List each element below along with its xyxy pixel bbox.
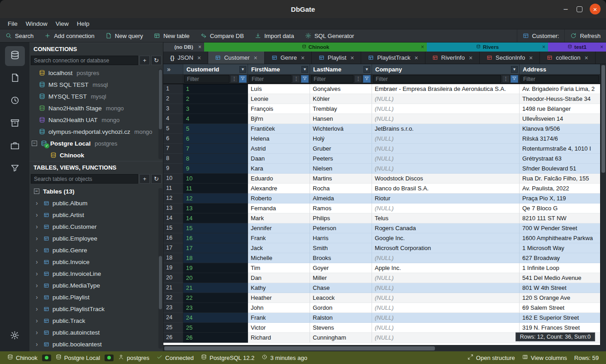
grid-cell[interactable]: François — [248, 104, 310, 114]
grid-cell[interactable]: 1600 Amphitheatre Parkwa — [520, 233, 600, 243]
grid-cell[interactable]: Roberto — [248, 194, 310, 203]
grid-cell[interactable]: Ralston — [310, 313, 372, 323]
chevron-right-icon[interactable]: › — [36, 329, 40, 336]
close-tab-icon[interactable]: × — [469, 54, 472, 61]
table-row[interactable]: 77AstridGruber(NULL)Rotenturmstraße 4, 1… — [163, 144, 600, 154]
grid-cell[interactable]: Leacock — [310, 293, 372, 303]
grid-cell[interactable]: Embraer - Empresa Brasileira de Aeronáut… — [372, 84, 520, 94]
grid-cell[interactable]: 25 — [183, 323, 248, 333]
tables-scrollbar[interactable] — [158, 188, 162, 349]
database-item-chinook[interactable]: Chinook — [29, 149, 163, 161]
grid-cell[interactable]: Holý — [310, 134, 372, 144]
grid-cell[interactable]: 22 — [183, 293, 248, 303]
row-number[interactable]: 11 — [163, 184, 183, 194]
grid-cell[interactable]: Fernanda — [248, 203, 310, 213]
column-header-firstname[interactable]: FirstName ▾ — [248, 64, 310, 74]
tables-search-input[interactable] — [31, 174, 138, 184]
menu-help[interactable]: Help — [73, 20, 94, 27]
filter-funnel-button[interactable] — [363, 75, 371, 83]
grid-cell[interactable]: (NULL) — [372, 144, 520, 154]
row-number[interactable]: 15 — [163, 223, 183, 233]
grid-cell[interactable]: Richard — [248, 333, 310, 343]
grid-cell[interactable]: Philips — [310, 213, 372, 223]
close-tab-icon[interactable]: × — [415, 54, 418, 61]
row-number[interactable]: 23 — [163, 303, 183, 313]
grid-cell[interactable]: 120 S Orange Ave — [520, 293, 600, 303]
grid-cell[interactable]: 8210 111 ST NW — [520, 213, 600, 223]
grid-cell[interactable]: (NULL) — [372, 323, 520, 333]
close-tab-icon[interactable]: × — [529, 54, 533, 61]
rail-files-button[interactable] — [5, 69, 25, 89]
grid-cell[interactable]: (NULL) — [372, 283, 520, 293]
row-number[interactable]: 25 — [163, 323, 183, 333]
chevron-right-icon[interactable]: › — [36, 211, 40, 218]
close-button[interactable]: × — [590, 4, 601, 14]
grid-cell[interactable]: 26 — [183, 333, 248, 343]
grid-cell[interactable]: Almeida — [310, 194, 372, 203]
tab-customer[interactable]: Customer× — [208, 52, 265, 64]
grid-cell[interactable]: 1498 rue Bélanger — [520, 104, 600, 114]
table-row[interactable]: 22LeonieKöhler(NULL)Theodor-Heuss-Straße… — [163, 94, 600, 104]
row-number[interactable]: 10 — [163, 174, 183, 184]
grid-cell[interactable]: 69 Salem Street — [520, 303, 600, 313]
table-row[interactable]: 1515JenniferPetersonRogers Canada700 W P… — [163, 223, 600, 233]
status-database[interactable]: Chinook — [4, 354, 41, 361]
grid-cell[interactable]: (NULL) — [372, 303, 520, 313]
collapse-icon[interactable]: − — [32, 141, 37, 146]
grid-cell[interactable]: 1 — [183, 84, 248, 94]
settings-button[interactable] — [5, 326, 25, 346]
grid-cell[interactable]: Michelle — [248, 253, 310, 263]
grid-cell[interactable]: (NULL) — [372, 154, 520, 164]
grid-cell[interactable]: Peeters — [310, 154, 372, 164]
grid-cell[interactable]: 21 — [183, 283, 248, 293]
chevron-right-icon[interactable]: › — [36, 270, 40, 277]
grid-cell[interactable]: (NULL) — [372, 114, 520, 124]
expand-columns-button[interactable]: » — [163, 64, 183, 74]
grid-cell[interactable]: (NULL) — [372, 203, 520, 213]
table-item-public-playlist[interactable]: ›public.Playlist — [29, 291, 163, 303]
filter-input-firstname[interactable] — [249, 75, 291, 83]
rail-connections-button[interactable] — [5, 46, 25, 66]
close-tab-icon[interactable]: × — [350, 54, 354, 61]
table-row[interactable]: 1414MarkPhilipsTelus8210 111 ST NW — [163, 213, 600, 223]
grid-cell[interactable]: 541 Del Medio Avenue — [520, 273, 600, 283]
grid-cell[interactable]: Chase — [310, 283, 372, 293]
chevron-right-icon[interactable]: › — [36, 305, 40, 312]
row-number[interactable]: 24 — [163, 313, 183, 323]
table-row[interactable]: 1212RobertoAlmeidaRioturPraça Pio X, 119 — [163, 194, 600, 203]
grid-cell[interactable]: Mark — [248, 213, 310, 223]
grid-cell[interactable]: Sřnder Boulevard 51 — [520, 164, 600, 174]
connection-mysql-test[interactable]: MYSQL TESTmysql — [29, 90, 163, 102]
table-item-public-customer[interactable]: ›public.Customer — [29, 221, 163, 232]
filter-input-address[interactable] — [520, 75, 599, 83]
row-number[interactable]: 4 — [163, 114, 183, 124]
chevron-right-icon[interactable]: › — [36, 282, 40, 289]
rail-filter-button[interactable] — [5, 159, 25, 179]
refresh-button[interactable]: Refresh — [564, 29, 606, 42]
grid-cell[interactable]: Rocha — [310, 184, 372, 194]
collapse-icon[interactable]: − — [34, 189, 39, 194]
scrollbar-thumb[interactable] — [164, 346, 435, 350]
grid-cell[interactable]: 6 — [183, 134, 248, 144]
grid-cell[interactable]: (NULL) — [372, 104, 520, 114]
close-tab-icon[interactable]: × — [198, 44, 201, 50]
grid-cell[interactable]: Riotur — [372, 194, 520, 203]
db-group-tab-test1[interactable]: test1× — [548, 43, 606, 52]
table-row[interactable]: 88DaanPeeters(NULL)Grétrystraat 63 — [163, 154, 600, 164]
grid-cell[interactable]: Stevens — [310, 323, 372, 333]
chevron-right-icon[interactable]: › — [36, 246, 40, 254]
menu-view[interactable]: View — [52, 20, 73, 27]
grid-cell[interactable]: Harris — [310, 233, 372, 243]
grid-cell[interactable]: (NULL) — [372, 164, 520, 174]
grid-cell[interactable]: 17 — [183, 243, 248, 253]
row-number[interactable]: 8 — [163, 154, 183, 164]
grid-cell[interactable]: Jennifer — [248, 223, 310, 233]
grid-cell[interactable]: (NULL) — [372, 313, 520, 323]
grid-cell[interactable]: Google Inc. — [372, 233, 520, 243]
vertical-scrollbar[interactable] — [600, 64, 606, 345]
grid-cell[interactable]: Praça Pio X, 119 — [520, 194, 600, 203]
grid-cell[interactable]: 13 — [183, 203, 248, 213]
row-number[interactable]: 17 — [163, 243, 183, 253]
connection-ms-sql-test[interactable]: MS SQL TESTmssql — [29, 79, 163, 90]
grid-cell[interactable]: Daan — [248, 154, 310, 164]
